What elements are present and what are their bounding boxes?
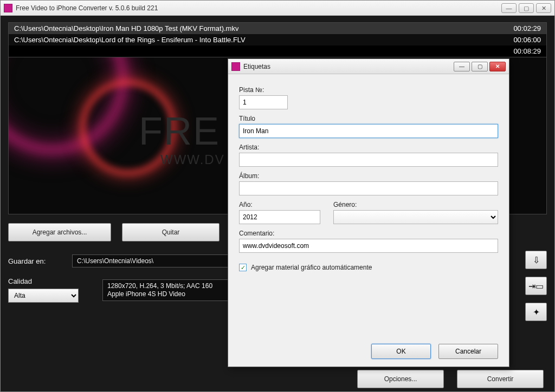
year-label: Año:: [239, 201, 320, 208]
tags-dialog: Etiquetas — ▢ ✕ Pista №: Título Artista:…: [228, 58, 509, 367]
artist-input[interactable]: [239, 153, 498, 167]
title-input[interactable]: [239, 124, 498, 138]
file-duration: 00:02:29: [513, 24, 541, 32]
dialog-minimize-button[interactable]: —: [454, 62, 470, 71]
dialog-close-button[interactable]: ✕: [489, 62, 506, 71]
file-path: C:\Users\Ontecnia\Desktop\Iron Man HD 10…: [14, 24, 238, 32]
convert-button[interactable]: Convertir: [457, 370, 544, 388]
track-input[interactable]: [239, 95, 288, 109]
brand-watermark: FRE: [139, 109, 220, 153]
tags-button[interactable]: ⇥▭: [525, 277, 547, 295]
genre-label: Género:: [333, 201, 498, 208]
window-title: Free Video to iPhone Converter v. 5.0.6 …: [16, 4, 501, 12]
cancel-button[interactable]: Cancelar: [438, 344, 498, 359]
main-titlebar: Free Video to iPhone Converter v. 5.0.6 …: [1, 1, 554, 16]
artwork-checkbox[interactable]: ✓: [239, 264, 247, 271]
artist-label: Artista:: [239, 143, 498, 151]
dialog-button-row: OK Cancelar: [371, 344, 498, 359]
move-down-button[interactable]: ⇩: [525, 251, 547, 269]
close-button[interactable]: ✕: [536, 3, 551, 13]
file-duration: 00:06:00: [513, 36, 541, 44]
year-input[interactable]: [239, 210, 320, 224]
comment-input[interactable]: [239, 239, 498, 253]
genre-select[interactable]: [333, 210, 498, 224]
ok-button[interactable]: OK: [371, 344, 431, 359]
window-controls: — ▢ ✕: [501, 3, 551, 13]
year-genre-row: Año: Género:: [239, 201, 498, 224]
right-icon-column: ⇩ ⇥▭ ✦: [525, 251, 547, 321]
file-total-row: 00:08:29: [9, 45, 546, 57]
file-row[interactable]: C:\Users\Ontecnia\Desktop\Iron Man HD 10…: [9, 23, 546, 34]
artwork-checkbox-label: Agregar material gráfico automáticamente: [251, 264, 372, 271]
album-input[interactable]: [239, 181, 498, 195]
dialog-window-controls: — ▢ ✕: [454, 62, 506, 71]
save-in-label: Guardar en:: [8, 257, 62, 265]
add-files-button[interactable]: Agregar archivos...: [8, 223, 111, 241]
track-label: Pista №:: [239, 86, 498, 94]
app-icon: [4, 4, 12, 12]
effects-button[interactable]: ✦: [525, 303, 547, 321]
comment-label: Comentario:: [239, 230, 498, 237]
bottom-buttons: Opciones... Convertir: [357, 370, 544, 388]
quality-label: Calidad: [8, 277, 62, 285]
dialog-app-icon: [231, 62, 240, 71]
file-path: C:\Users\Ontecnia\Desktop\Lord of the Ri…: [14, 36, 246, 44]
maximize-button[interactable]: ▢: [519, 3, 534, 13]
dialog-body: Pista №: Título Artista: Álbum: Año: Gén…: [228, 74, 509, 278]
file-list[interactable]: C:\Users\Ontecnia\Desktop\Iron Man HD 10…: [8, 22, 547, 57]
artwork-checkbox-row[interactable]: ✓ Agregar material gráfico automáticamen…: [239, 264, 498, 271]
options-button[interactable]: Opciones...: [357, 370, 444, 388]
remove-button[interactable]: Quitar: [122, 223, 220, 241]
album-label: Álbum:: [239, 172, 498, 180]
title-label: Título: [239, 115, 498, 122]
total-duration: 00:08:29: [513, 47, 541, 55]
quality-select[interactable]: Alta: [8, 289, 79, 303]
dialog-title: Etiquetas: [243, 63, 454, 70]
minimize-button[interactable]: —: [501, 3, 517, 13]
file-row[interactable]: C:\Users\Ontecnia\Desktop\Lord of the Ri…: [9, 34, 546, 45]
brand-url: WWW.DV: [160, 152, 225, 167]
dialog-titlebar: Etiquetas — ▢ ✕: [228, 59, 509, 74]
dialog-maximize-button[interactable]: ▢: [472, 62, 488, 71]
